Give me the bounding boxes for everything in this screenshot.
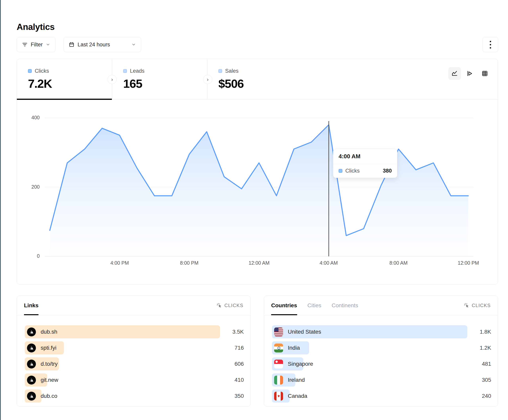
date-range-label: Last 24 hours [78, 42, 110, 48]
link-clicks: 410 [220, 377, 244, 383]
link-clicks: 606 [220, 361, 244, 367]
link-row[interactable]: d.to/try 606 [25, 357, 244, 370]
clicks-chart [17, 100, 498, 284]
country-row[interactable]: Canada 240 [272, 390, 491, 403]
clicks-time-series-chart[interactable]: 400 200 0 4:00 PM 8:00 PM 12:00 AM 4:00 … [17, 100, 498, 284]
y-axis-tick: 200 [17, 184, 40, 190]
ireland-flag-icon [274, 376, 283, 384]
country-label: Ireland [288, 377, 305, 383]
funnel-chart-icon [466, 70, 473, 77]
analytics-card: Clicks 7.2K Leads 165 Sales $506 › › [17, 59, 498, 284]
leads-legend-chip-icon [123, 69, 127, 73]
country-label: Canada [288, 393, 307, 399]
dub-logo-icon [27, 360, 36, 369]
y-axis-tick: 0 [17, 253, 40, 259]
leads-value: 165 [123, 77, 207, 91]
cursor-click-icon [464, 303, 469, 308]
tooltip-value: 380 [383, 168, 392, 174]
country-clicks: 305 [467, 377, 491, 383]
tab-cities[interactable]: Cities [307, 296, 321, 315]
country-row[interactable]: India 1.2K [272, 341, 491, 355]
chart-area [50, 125, 468, 256]
sales-legend-chip-icon [218, 69, 222, 73]
india-flag-icon [274, 344, 283, 352]
x-axis-tick: 12:00 PM [458, 260, 479, 266]
x-axis-tick: 4:00 AM [320, 260, 338, 266]
clicks-legend-chip-icon [339, 169, 342, 173]
link-clicks: 350 [220, 393, 244, 399]
left-edge-accent [0, 0, 1, 420]
dub-logo-icon [27, 327, 36, 336]
link-label: dub.co [41, 393, 57, 399]
table-view-button[interactable] [478, 67, 491, 80]
date-range-button[interactable]: Last 24 hours [63, 37, 141, 52]
country-clicks: 1.2K [467, 345, 491, 351]
country-clicks: 481 [467, 361, 491, 367]
link-clicks: 3.5K [220, 329, 244, 335]
tab-links[interactable]: Links [24, 296, 38, 315]
y-axis-tick: 400 [17, 115, 40, 120]
link-row[interactable]: git.new 410 [25, 373, 244, 386]
country-clicks: 1.8K [467, 329, 491, 335]
tab-leads[interactable]: Leads 165 [112, 59, 207, 100]
more-options-button[interactable] [482, 37, 498, 52]
country-row[interactable]: Ireland 305 [272, 373, 491, 386]
link-label: dub.sh [41, 329, 57, 335]
links-metric-selector[interactable]: CLICKS [217, 296, 243, 315]
chevron-right-icon[interactable]: › [203, 75, 212, 84]
chevron-down-icon [132, 42, 136, 47]
tab-sales[interactable]: Sales $506 [207, 59, 304, 100]
link-row[interactable]: spti.fyi 716 [25, 341, 244, 355]
tab-continents[interactable]: Continents [332, 296, 358, 315]
tab-countries[interactable]: Countries [271, 296, 297, 315]
x-axis-tick: 8:00 AM [389, 260, 408, 266]
clicks-legend-chip-icon [28, 69, 32, 73]
clicks-value: 7.2K [28, 77, 112, 91]
filter-label: Filter [31, 42, 43, 48]
x-axis-tick: 4:00 PM [110, 260, 129, 266]
link-clicks: 716 [220, 345, 244, 351]
filter-button[interactable]: Filter [17, 37, 56, 52]
page-title: Analytics [17, 22, 54, 32]
line-chart-view-button[interactable] [448, 67, 461, 80]
kebab-menu-icon [490, 41, 491, 49]
chevron-right-icon[interactable]: › [107, 75, 117, 84]
funnel-view-button[interactable] [463, 67, 476, 80]
country-row[interactable]: Singapore 481 [272, 357, 491, 370]
link-label: d.to/try [41, 361, 58, 367]
country-label: United States [288, 329, 321, 335]
metric-header-label: CLICKS [224, 303, 243, 308]
singapore-flag-icon [274, 360, 283, 369]
metric-label: Clicks [35, 68, 49, 74]
us-flag-icon [274, 327, 283, 336]
dub-logo-icon [27, 344, 36, 352]
x-axis-tick: 12:00 AM [248, 260, 269, 266]
sales-value: $506 [218, 77, 304, 91]
metric-label: Leads [130, 68, 145, 74]
country-label: Singapore [288, 361, 313, 367]
tooltip-series-label: Clicks [345, 168, 360, 174]
tooltip-time: 4:00 AM [333, 149, 397, 164]
cursor-click-icon [217, 303, 222, 308]
countries-metric-selector[interactable]: CLICKS [464, 296, 491, 315]
chart-type-switcher [448, 67, 491, 80]
country-row[interactable]: United States 1.8K [272, 325, 491, 338]
link-row[interactable]: dub.sh 3.5K [25, 325, 244, 338]
link-label: git.new [41, 377, 58, 383]
filter-icon [22, 42, 28, 47]
tab-clicks[interactable]: Clicks 7.2K [17, 59, 112, 100]
x-axis-tick: 8:00 PM [180, 260, 198, 266]
link-row[interactable]: dub.co 350 [25, 390, 244, 403]
metric-header-label: CLICKS [472, 303, 491, 308]
dub-logo-icon [27, 376, 36, 384]
chevron-down-icon [46, 42, 50, 47]
chart-tooltip: 4:00 AM Clicks 380 [333, 149, 397, 178]
link-label: spti.fyi [41, 345, 56, 351]
country-clicks: 240 [467, 393, 491, 399]
line-chart-icon [451, 70, 458, 77]
table-grid-icon [481, 70, 488, 77]
calendar-icon [69, 42, 74, 47]
countries-panel: Countries Cities Continents CLICKS Unite… [264, 296, 498, 406]
country-label: India [288, 345, 300, 351]
links-panel: Links CLICKS dub.sh 3.5K [17, 296, 251, 406]
